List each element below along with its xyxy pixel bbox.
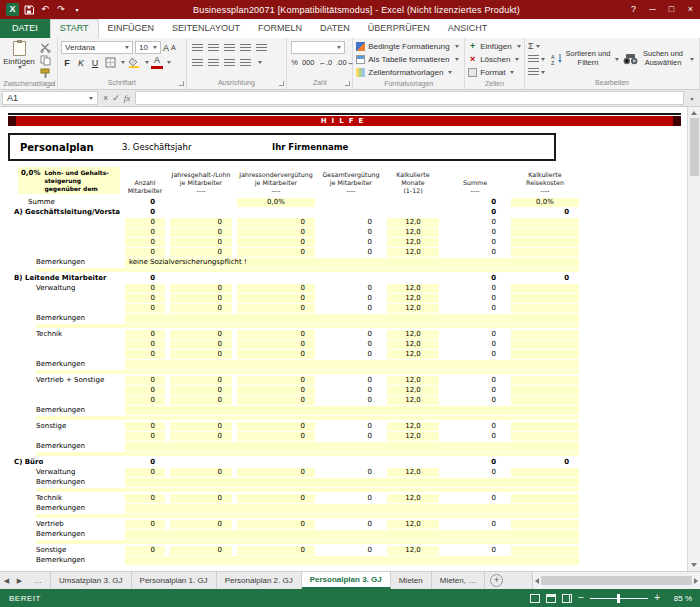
horizontal-scroll-thumb[interactable] — [541, 576, 692, 585]
bemerkungen-label[interactable]: Bemerkungen — [8, 478, 120, 486]
bemerkungen-label[interactable]: Bemerkungen — [8, 360, 120, 368]
section-label[interactable]: A) Geschäftsleitung/Vorstand — [8, 208, 120, 216]
sheet-tab[interactable]: Mieten — [391, 572, 432, 589]
bemerkungen-note-cell[interactable] — [125, 556, 579, 565]
bemerkungen-note-cell[interactable] — [125, 406, 579, 415]
ribbon-tab-ansicht[interactable]: ANSICHT — [439, 19, 497, 38]
ribbon-tab-daten[interactable]: DATEN — [311, 19, 359, 38]
fill-button[interactable] — [528, 53, 545, 65]
zoom-level[interactable]: 85 % — [666, 594, 692, 603]
value-cell[interactable]: 0 — [237, 304, 315, 313]
sheet-tab[interactable]: Personalplan 1. GJ — [132, 572, 217, 589]
section-summe-cell[interactable]: 0 — [444, 208, 506, 217]
value-cell[interactable]: 0 — [170, 520, 232, 529]
ribbon-tab--berpr-fen[interactable]: ÜBERPRÜFEN — [359, 19, 439, 38]
value-cell[interactable]: 0 — [125, 304, 165, 313]
value-cell[interactable]: 12,0 — [387, 294, 439, 303]
reisekosten-input-cell[interactable] — [511, 238, 579, 247]
value-cell[interactable]: 0 — [125, 520, 165, 529]
value-cell[interactable]: 0 — [444, 396, 506, 405]
value-cell[interactable]: 0 — [320, 304, 382, 313]
paste-button[interactable]: Einfügen — [3, 40, 35, 79]
orientation-icon[interactable] — [240, 44, 251, 52]
subsection-label[interactable]: Verwaltung — [8, 468, 120, 476]
value-cell[interactable]: 0 — [125, 218, 165, 227]
bold-button[interactable]: F — [61, 58, 73, 68]
value-cell[interactable]: 0 — [444, 228, 506, 237]
reisekosten-input-cell[interactable] — [511, 432, 579, 441]
value-cell[interactable]: 0 — [320, 396, 382, 405]
worksheet[interactable]: HILFE Personalplan 3. Geschäftsjahr Ihr … — [0, 107, 700, 571]
value-cell[interactable]: 12,0 — [387, 340, 439, 349]
value-cell[interactable]: 0 — [170, 228, 232, 237]
sum-anzahl-cell[interactable]: 0 — [125, 198, 165, 207]
reise-pct-cell[interactable]: 0,0% — [511, 198, 579, 207]
value-cell[interactable]: 0 — [237, 422, 315, 431]
dialog-launcher-icon[interactable] — [179, 81, 184, 86]
reisekosten-input-cell[interactable] — [511, 228, 579, 237]
scroll-right-icon[interactable] — [694, 578, 698, 584]
value-cell[interactable]: 0 — [444, 340, 506, 349]
value-cell[interactable]: 0 — [125, 422, 165, 431]
vertical-scrollbar[interactable] — [687, 107, 700, 571]
find-select-button[interactable]: Suchen und Auswählen — [621, 40, 696, 78]
subsection-label[interactable]: Vertrieb — [8, 520, 120, 528]
value-cell[interactable]: 0 — [170, 218, 232, 227]
value-cell[interactable]: 0 — [320, 376, 382, 385]
reisekosten-input-cell[interactable] — [511, 376, 579, 385]
save-icon[interactable] — [23, 3, 35, 16]
scroll-up-icon[interactable] — [691, 111, 697, 115]
shrink-font-icon[interactable]: A — [171, 44, 176, 51]
ribbon-tab-datei[interactable]: DATEI — [0, 19, 50, 38]
grow-font-icon[interactable]: A — [163, 43, 169, 53]
value-cell[interactable]: 12,0 — [387, 238, 439, 247]
value-cell[interactable]: 0 — [125, 432, 165, 441]
ribbon-tab-start[interactable]: START — [50, 19, 99, 38]
column-header[interactable]: Jahresgehalt-/Lohn je Mitarbeiter ---- — [170, 171, 232, 195]
dialog-launcher-icon[interactable] — [50, 81, 55, 86]
value-cell[interactable]: 0 — [320, 494, 382, 503]
confirm-entry-icon[interactable]: ✓ — [112, 93, 120, 103]
bemerkungen-note-cell[interactable] — [125, 530, 579, 539]
ribbon-tab-formeln[interactable]: FORMELN — [249, 19, 311, 38]
sheet-tab[interactable]: Personalplan 2. GJ — [217, 572, 302, 589]
value-cell[interactable]: 0 — [170, 350, 232, 359]
value-cell[interactable]: 0 — [170, 432, 232, 441]
reisekosten-input-cell[interactable] — [511, 350, 579, 359]
redo-icon[interactable]: ↷ — [55, 3, 67, 16]
fill-color-button[interactable] — [127, 57, 141, 69]
value-cell[interactable]: 12,0 — [387, 228, 439, 237]
value-cell[interactable]: 0 — [237, 228, 315, 237]
value-cell[interactable]: 0 — [320, 386, 382, 395]
underline-button[interactable]: U — [89, 58, 101, 68]
value-cell[interactable]: 12,0 — [387, 218, 439, 227]
value-cell[interactable]: 0 — [125, 494, 165, 503]
value-cell[interactable]: 12,0 — [387, 468, 439, 477]
value-cell[interactable]: 0 — [170, 396, 232, 405]
sort-filter-button[interactable]: AZ Sortieren und Filtern — [549, 40, 621, 78]
value-cell[interactable]: 0 — [125, 284, 165, 293]
bemerkungen-label[interactable]: Bemerkungen — [8, 530, 120, 538]
value-cell[interactable]: 0 — [125, 546, 165, 555]
subsection-label[interactable]: Technik — [8, 330, 120, 338]
format-as-table-button[interactable]: Als Tabelle formatieren — [356, 53, 461, 66]
expand-formula-bar-icon[interactable]: ▾ — [684, 95, 700, 102]
normal-view-icon[interactable] — [530, 594, 540, 603]
spacer-cell[interactable] — [36, 514, 579, 518]
bemerkungen-label[interactable]: Bemerkungen — [8, 258, 120, 266]
close-button[interactable]: × — [681, 0, 700, 19]
sheet-tab[interactable]: Umsatzplan 3. GJ — [51, 572, 132, 589]
spacer-cell[interactable] — [36, 324, 579, 328]
undo-icon[interactable]: ↶ — [39, 3, 51, 16]
section-anzahl-cell[interactable]: 0 — [125, 458, 165, 467]
qat-dropdown-icon[interactable]: ▾ — [71, 3, 83, 16]
column-header[interactable]: Kalkulierte Reisekosten ---- — [511, 171, 579, 195]
italic-button[interactable]: K — [75, 58, 87, 68]
formula-input[interactable] — [135, 91, 684, 105]
value-cell[interactable]: 0 — [170, 468, 232, 477]
value-cell[interactable]: 0 — [444, 350, 506, 359]
value-cell[interactable]: 0 — [444, 238, 506, 247]
value-cell[interactable]: 0 — [170, 304, 232, 313]
value-cell[interactable]: 0 — [125, 376, 165, 385]
value-cell[interactable]: 0 — [125, 238, 165, 247]
